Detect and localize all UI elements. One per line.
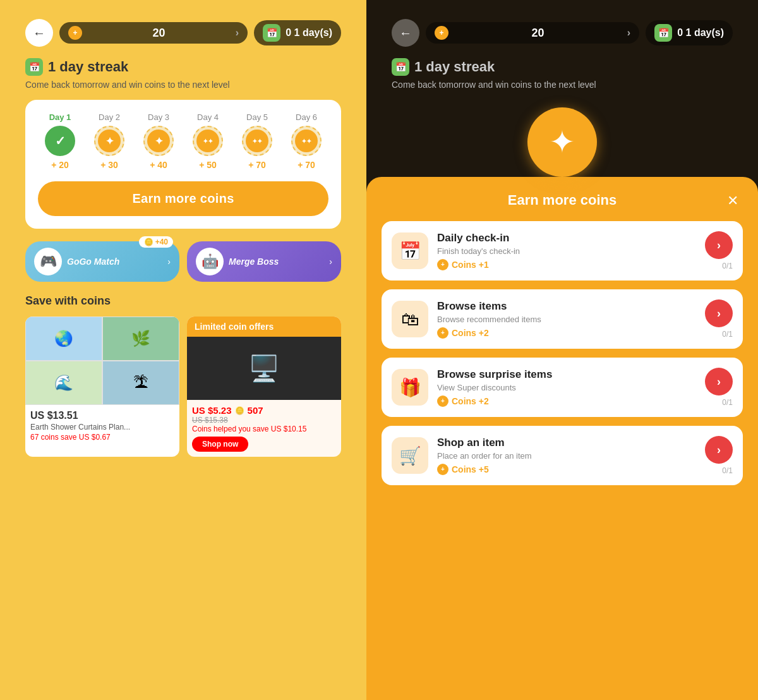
task-daily-arrow-button[interactable]: › — [705, 231, 733, 259]
product-1-coins: 67 coins save US $0.67 — [30, 433, 174, 442]
right-calendar-icon: 📅 — [654, 24, 672, 42]
right-content: ← + 20 › 📅 0 1 day(s) 📅 1 day streak Com… — [366, 0, 758, 700]
task-daily-info: Daily check-in Finish today's check-in +… — [437, 232, 696, 270]
game-banners: 🪙+40 🎮 GoGo Match › 🤖 Merge Boss › — [25, 241, 341, 282]
days-row: Day 1 ✓ + 20 Day 2 ✦ + 30 Day 3 ✦ — [38, 112, 328, 170]
product-1-info: US $13.51 Earth Shower Curtains Plan... … — [25, 405, 179, 447]
task-daily-right: › 0/1 — [705, 231, 733, 270]
streak-calendar-icon: 📅 — [25, 58, 43, 76]
daily-checkin-card: Day 1 ✓ + 20 Day 2 ✦ + 30 Day 3 ✦ — [25, 100, 341, 229]
task-shop-item[interactable]: 🛒 Shop an item Place an order for an ite… — [382, 426, 743, 485]
earn-more-coins-modal: Earn more coins ✕ 📅 Daily check-in Finis… — [366, 177, 758, 700]
coin-arrow-icon: › — [236, 27, 239, 39]
right-coin-bar: + 20 › — [426, 22, 639, 44]
left-day-badge: 📅 0 1 day(s) — [254, 20, 341, 45]
gogo-arrow-icon: › — [167, 256, 171, 267]
big-star-icon: ✦ — [549, 124, 575, 160]
right-day-badge: 📅 0 1 day(s) — [646, 20, 733, 45]
day-4-coin: ✦✦ — [193, 126, 223, 156]
day-badge-text: 0 1 day(s) — [286, 27, 332, 39]
task-shop-coin-icon: + — [437, 464, 448, 475]
limited-saved-text: Coins helped you save US $10.15 — [192, 425, 336, 433]
day-4-item: Day 4 ✦✦ + 50 — [186, 112, 230, 170]
task-browse-arrow-button[interactable]: › — [705, 299, 733, 327]
day-3-coin-inner: ✦ — [147, 130, 170, 152]
limited-info: US $5.23 🪙 507 US $15.38 Coins helped yo… — [187, 400, 341, 457]
left-panel: ← + 20 › 📅 0 1 day(s) 📅 1 day streak Com… — [0, 0, 366, 700]
merge-label: Merge Boss — [229, 256, 279, 267]
task-browse-items[interactable]: 🛍 Browse items Browse recommended items … — [382, 289, 743, 349]
task-browse-info: Browse items Browse recommended items + … — [437, 300, 696, 339]
gogo-icon: 🎮 — [34, 248, 62, 275]
left-back-button[interactable]: ← — [25, 19, 53, 47]
task-daily-checkin[interactable]: 📅 Daily check-in Finish today's check-in… — [382, 221, 743, 281]
task-browse-coin-icon: + — [437, 327, 448, 339]
task-surprise-items[interactable]: 🎁 Browse surprise items View Super disco… — [382, 358, 743, 417]
product-img-4: 🏝 — [102, 361, 179, 405]
limited-price: US $5.23 🪙 507 — [192, 405, 336, 416]
task-shop-right: › 0/1 — [705, 436, 733, 475]
task-daily-icon: 📅 — [392, 232, 428, 269]
merge-boss-banner[interactable]: 🤖 Merge Boss › — [187, 241, 341, 282]
gogo-match-banner[interactable]: 🪙+40 🎮 GoGo Match › — [25, 241, 179, 282]
task-browse-coins: + Coins +2 — [437, 327, 696, 339]
day-5-label: Day 5 — [246, 112, 268, 122]
coin-plus-icon: + — [68, 26, 82, 40]
day-1-amount: + 20 — [51, 160, 69, 170]
gogo-label: GoGo Match — [67, 256, 119, 267]
left-top-bar: ← + 20 › 📅 0 1 day(s) — [25, 19, 341, 47]
right-back-button[interactable]: ← — [392, 19, 419, 47]
product-card-1[interactable]: 🌏 🌿 🌊 🏝 US $13.51 Earth Shower Curtains … — [25, 317, 179, 457]
calendar-icon: 📅 — [263, 24, 280, 42]
modal-header: Earn more coins ✕ — [382, 192, 743, 208]
modal-close-button[interactable]: ✕ — [723, 191, 743, 211]
task-browse-name: Browse items — [437, 300, 696, 313]
day-5-coin-inner: ✦✦ — [246, 130, 268, 152]
day-2-item: Day 2 ✦ + 30 — [87, 112, 131, 170]
merge-icon: 🤖 — [196, 248, 224, 275]
right-panel: ← + 20 › 📅 0 1 day(s) 📅 1 day streak Com… — [366, 0, 758, 700]
task-daily-progress: 0/1 — [722, 262, 733, 270]
day-5-coin: ✦✦ — [242, 126, 272, 156]
save-section-title: Save with coins — [25, 294, 341, 308]
day-6-amount: + 70 — [298, 160, 315, 170]
task-daily-name: Daily check-in — [437, 232, 696, 244]
limited-coin-card[interactable]: Limited coin offers 🖥️ US $5.23 🪙 507 US… — [187, 317, 341, 457]
limited-coins: 507 — [248, 405, 263, 416]
merge-arrow-icon: › — [329, 256, 332, 267]
task-daily-coins: + Coins +1 — [437, 259, 696, 270]
earn-more-coins-button[interactable]: Earn more coins — [38, 181, 328, 216]
day-4-amount: + 50 — [199, 160, 217, 170]
right-coin-plus-icon: + — [435, 26, 448, 40]
day-6-coin-inner: ✦✦ — [295, 130, 318, 152]
task-surprise-arrow-button[interactable]: › — [705, 368, 733, 395]
task-shop-name: Shop an item — [437, 437, 696, 449]
task-shop-info: Shop an item Place an order for an item … — [437, 437, 696, 475]
day-1-label: Day 1 — [49, 112, 71, 122]
product-img-2: 🌿 — [102, 317, 179, 361]
checkmark-icon: ✓ — [55, 133, 66, 148]
day-2-coin: ✦ — [94, 126, 124, 156]
right-day-badge-text: 0 1 day(s) — [677, 27, 724, 39]
day-2-label: Day 2 — [99, 112, 120, 122]
task-shop-arrow-button[interactable]: › — [705, 436, 733, 464]
product-img-3: 🌊 — [25, 361, 102, 405]
task-daily-coin-icon: + — [437, 259, 448, 270]
day-1-coin: ✓ — [45, 126, 75, 156]
day-5-amount: + 70 — [248, 160, 266, 170]
left-streak-title: 📅 1 day streak — [25, 58, 341, 76]
task-surprise-info: Browse surprise items View Super discoun… — [437, 368, 696, 407]
day-6-coin: ✦✦ — [291, 126, 322, 156]
day-3-item: Day 3 ✦ + 40 — [136, 112, 181, 170]
limited-product-image: 🖥️ — [187, 337, 341, 400]
coin-plus-icon-sm: 🪙 — [235, 406, 244, 415]
day-6-label: Day 6 — [296, 112, 317, 122]
task-surprise-icon: 🎁 — [392, 369, 428, 406]
left-streak-subtitle: Come back tomorrow and win coins to the … — [25, 80, 341, 90]
task-surprise-coin-icon: + — [437, 395, 448, 407]
task-shop-coins: + Coins +5 — [437, 464, 696, 475]
limited-header: Limited coin offers — [187, 317, 341, 337]
day-4-label: Day 4 — [197, 112, 219, 122]
shop-now-button[interactable]: Shop now — [192, 437, 248, 452]
right-top-bar: ← + 20 › 📅 0 1 day(s) — [392, 19, 733, 47]
